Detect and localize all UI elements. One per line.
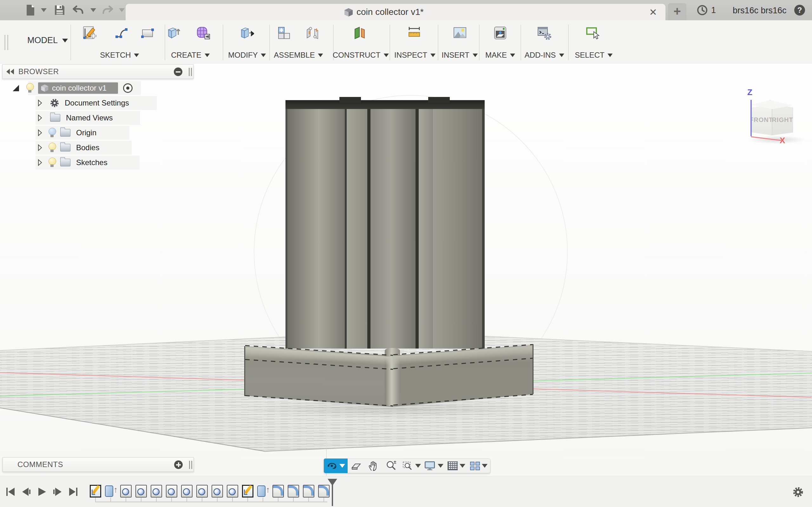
model-coin-walls[interactable] [286, 100, 485, 349]
construct-group-dropdown[interactable]: CONSTRUCT [333, 51, 389, 60]
undo-caret[interactable] [88, 4, 99, 16]
zoom-button[interactable]: ± [382, 458, 400, 473]
timeline-go-to-end-button[interactable] [67, 485, 80, 498]
pan-button[interactable] [365, 458, 383, 473]
activate-radio[interactable] [123, 83, 133, 93]
zoom-window-button[interactable] [400, 458, 422, 473]
modify-group-dropdown[interactable]: MODIFY [228, 51, 266, 60]
view-cube[interactable]: FRONT RIGHT Z X [742, 63, 812, 149]
viewport-3d[interactable]: FRONT RIGHT Z X BROWSER coin collector v… [0, 63, 812, 476]
grid-snap-button[interactable] [445, 458, 468, 473]
timeline-feature-sketch[interactable] [242, 485, 253, 498]
new-tab-button[interactable]: + [668, 3, 687, 20]
timeline-feature-extrude[interactable] [105, 486, 113, 497]
create-form-icon[interactable] [195, 25, 211, 41]
visibility-bulb-icon[interactable] [48, 158, 56, 168]
timeline-step-back-button[interactable] [20, 485, 33, 498]
inspect-group-dropdown[interactable]: INSPECT [394, 51, 436, 60]
expand-icon[interactable] [38, 129, 43, 136]
browser-collapse-icon[interactable] [6, 69, 10, 74]
timeline-feature-hole[interactable] [196, 485, 208, 498]
sketch-group-dropdown[interactable]: SKETCH [100, 51, 139, 60]
measure-icon[interactable] [407, 25, 422, 41]
comments-grip[interactable] [189, 461, 192, 469]
make-3dprint-icon[interactable] [493, 25, 508, 41]
expand-icon[interactable] [38, 100, 43, 107]
viewports-button[interactable] [467, 458, 490, 473]
timeline-feature-hole[interactable] [227, 485, 238, 498]
timeline-feature-hole[interactable] [166, 485, 177, 498]
add-ins-script-icon[interactable] [537, 25, 552, 41]
insert-group-dropdown[interactable]: INSERT [442, 51, 478, 60]
visibility-bulb-icon[interactable] [48, 143, 56, 153]
workspace-dropdown[interactable]: MODEL [27, 36, 68, 45]
tree-row-named-views[interactable]: Named Views [36, 111, 140, 125]
timeline-step-forward-button[interactable] [51, 485, 64, 498]
display-settings-button[interactable] [422, 458, 445, 473]
redo-icon[interactable] [102, 4, 113, 16]
toolbar-drag-handle[interactable] [4, 35, 8, 50]
document-tab[interactable]: coin collector v1* ✕ [125, 4, 665, 20]
timeline-feature-hole[interactable] [120, 485, 132, 498]
app-grid-icon[interactable] [6, 4, 18, 16]
sketch-arc-icon[interactable] [113, 25, 128, 41]
insert-image-icon[interactable] [452, 25, 467, 41]
viewports-caret[interactable] [482, 464, 488, 468]
timeline-feature-sketch[interactable] [90, 485, 101, 498]
file-menu-icon[interactable] [25, 4, 36, 16]
tree-row-root[interactable]: coin collector v1 [28, 81, 141, 95]
create-group-dropdown[interactable]: CREATE [171, 51, 210, 60]
tab-close-icon[interactable]: ✕ [648, 7, 658, 18]
create-sketch-icon[interactable] [81, 25, 96, 41]
look-at-button[interactable] [348, 458, 365, 473]
new-component-icon[interactable] [276, 25, 292, 41]
timeline-feature-hole[interactable] [181, 485, 193, 498]
browser-collapse-icon[interactable] [10, 69, 14, 74]
extrude-icon[interactable] [165, 25, 181, 41]
select-group-dropdown[interactable]: SELECT [575, 51, 612, 60]
display-settings-caret[interactable] [438, 464, 444, 468]
timeline-feature-extrude[interactable] [257, 486, 265, 497]
save-icon[interactable] [54, 4, 65, 16]
undo-icon[interactable] [72, 4, 84, 16]
timeline-play-button[interactable] [36, 485, 49, 498]
orbit-caret[interactable] [339, 464, 345, 468]
expand-icon[interactable] [13, 85, 19, 91]
assemble-group-dropdown[interactable]: ASSEMBLE [274, 51, 323, 60]
orbit-button[interactable] [324, 458, 348, 473]
view-cube-front-face[interactable]: FRONT [751, 105, 772, 135]
visibility-bulb-icon[interactable] [48, 128, 56, 138]
tree-row-sketches[interactable]: Sketches [36, 156, 140, 170]
timeline-feature-hole[interactable] [151, 485, 162, 498]
sketch-rectangle-icon[interactable] [140, 25, 155, 41]
file-menu-caret[interactable] [38, 4, 49, 16]
timeline-feature-fillet[interactable] [303, 485, 314, 498]
add-comment-icon[interactable] [174, 460, 183, 469]
help-button[interactable]: ? [794, 5, 805, 15]
press-pull-icon[interactable] [239, 25, 254, 41]
browser-minimize-icon[interactable] [174, 67, 183, 76]
expand-icon[interactable] [38, 114, 43, 121]
grid-snap-caret[interactable] [460, 464, 465, 468]
tree-row-origin[interactable]: Origin [36, 126, 130, 140]
expand-icon[interactable] [38, 159, 43, 166]
browser-panel-header[interactable]: BROWSER [2, 64, 194, 79]
zoom-window-caret[interactable] [415, 464, 421, 468]
timeline-go-to-start-button[interactable] [4, 485, 17, 498]
timeline-feature-hole[interactable] [136, 485, 147, 498]
timeline-feature-fillet[interactable] [318, 485, 329, 498]
user-menu[interactable]: brs16c brs16c [733, 6, 786, 15]
comments-panel-header[interactable]: COMMENTS [3, 457, 194, 472]
tree-row-bodies[interactable]: Bodies [36, 141, 132, 155]
add-ins-group-dropdown[interactable]: ADD-INS [525, 51, 564, 60]
construct-plane-icon[interactable] [352, 25, 368, 41]
joint-icon[interactable] [305, 25, 320, 41]
timeline-settings-gear-icon[interactable] [792, 486, 804, 500]
visibility-bulb-icon[interactable] [26, 83, 34, 93]
timeline-position-marker-flag[interactable] [328, 479, 337, 486]
browser-grip[interactable] [189, 68, 192, 76]
timeline-feature-fillet[interactable] [272, 485, 284, 498]
timeline-feature-fillet[interactable] [288, 485, 299, 498]
select-icon[interactable] [585, 25, 600, 41]
job-status[interactable]: 1 [697, 4, 716, 16]
